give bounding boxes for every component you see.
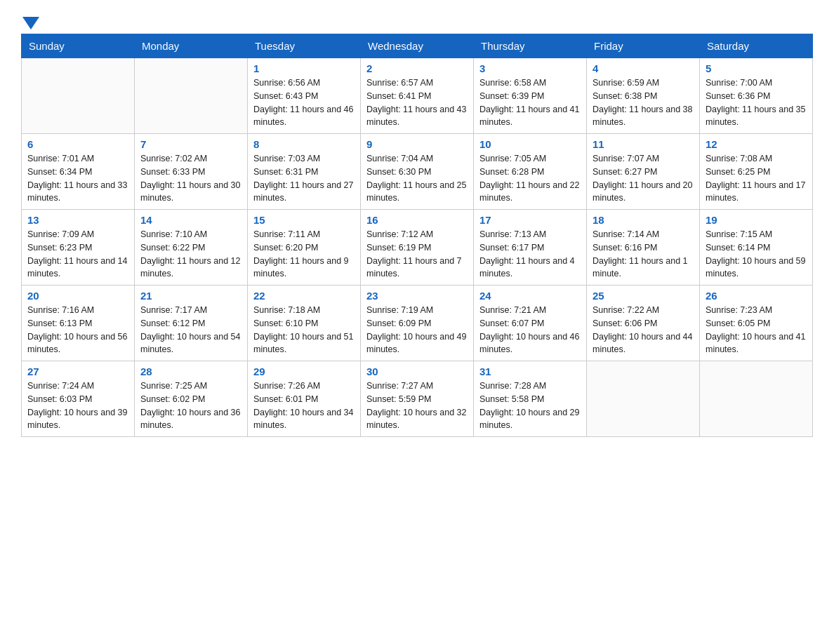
day-info: Sunrise: 7:04 AMSunset: 6:30 PMDaylight:… (366, 152, 468, 205)
day-info: Sunrise: 6:58 AMSunset: 6:39 PMDaylight:… (479, 76, 581, 129)
weekday-header-sunday: Sunday (22, 34, 135, 58)
calendar-cell: 24Sunrise: 7:21 AMSunset: 6:07 PMDayligh… (474, 286, 587, 361)
day-info: Sunrise: 7:12 AMSunset: 6:19 PMDaylight:… (366, 228, 468, 281)
day-info: Sunrise: 7:26 AMSunset: 6:01 PMDaylight:… (253, 380, 355, 432)
calendar-week-3: 13Sunrise: 7:09 AMSunset: 6:23 PMDayligh… (22, 210, 813, 286)
calendar-cell: 13Sunrise: 7:09 AMSunset: 6:23 PMDayligh… (22, 210, 135, 286)
day-number: 7 (140, 138, 241, 150)
day-number: 8 (253, 138, 355, 150)
day-number: 26 (706, 290, 807, 302)
day-info: Sunrise: 7:08 AMSunset: 6:25 PMDaylight:… (706, 152, 807, 205)
page-header (21, 14, 813, 27)
calendar-cell (700, 361, 813, 437)
day-number: 29 (253, 365, 355, 377)
day-number: 27 (27, 365, 128, 377)
day-number: 15 (253, 214, 355, 226)
day-info: Sunrise: 7:28 AMSunset: 5:58 PMDaylight:… (479, 380, 581, 432)
day-info: Sunrise: 7:18 AMSunset: 6:10 PMDaylight:… (253, 304, 355, 356)
calendar-week-4: 20Sunrise: 7:16 AMSunset: 6:13 PMDayligh… (22, 286, 813, 361)
calendar-cell: 6Sunrise: 7:01 AMSunset: 6:34 PMDaylight… (22, 134, 135, 210)
calendar-cell: 9Sunrise: 7:04 AMSunset: 6:30 PMDaylight… (361, 134, 474, 210)
day-number: 19 (706, 214, 807, 226)
day-number: 16 (366, 214, 468, 226)
day-number: 25 (593, 290, 694, 302)
day-info: Sunrise: 6:57 AMSunset: 6:41 PMDaylight:… (366, 76, 468, 129)
day-number: 22 (253, 290, 355, 302)
calendar-cell (135, 58, 248, 134)
weekday-header-wednesday: Wednesday (361, 34, 474, 58)
calendar-cell: 30Sunrise: 7:27 AMSunset: 5:59 PMDayligh… (361, 361, 474, 437)
day-info: Sunrise: 7:11 AMSunset: 6:20 PMDaylight:… (253, 228, 355, 281)
day-number: 10 (479, 138, 581, 150)
day-info: Sunrise: 7:22 AMSunset: 6:06 PMDaylight:… (593, 304, 694, 356)
day-number: 12 (706, 138, 807, 150)
day-info: Sunrise: 6:59 AMSunset: 6:38 PMDaylight:… (593, 76, 694, 129)
day-info: Sunrise: 7:14 AMSunset: 6:16 PMDaylight:… (593, 228, 694, 281)
day-info: Sunrise: 7:01 AMSunset: 6:34 PMDaylight:… (27, 152, 128, 205)
day-info: Sunrise: 7:09 AMSunset: 6:23 PMDaylight:… (27, 228, 128, 281)
day-info: Sunrise: 7:24 AMSunset: 6:03 PMDaylight:… (27, 380, 128, 432)
day-number: 28 (140, 365, 241, 377)
day-number: 23 (366, 290, 468, 302)
day-info: Sunrise: 7:02 AMSunset: 6:33 PMDaylight:… (140, 152, 241, 205)
calendar-cell: 2Sunrise: 6:57 AMSunset: 6:41 PMDaylight… (361, 58, 474, 134)
day-info: Sunrise: 7:03 AMSunset: 6:31 PMDaylight:… (253, 152, 355, 205)
day-info: Sunrise: 7:07 AMSunset: 6:27 PMDaylight:… (593, 152, 694, 205)
day-number: 11 (593, 138, 694, 150)
calendar-cell: 22Sunrise: 7:18 AMSunset: 6:10 PMDayligh… (248, 286, 361, 361)
day-number: 4 (593, 62, 694, 74)
day-number: 13 (27, 214, 128, 226)
day-info: Sunrise: 7:27 AMSunset: 5:59 PMDaylight:… (366, 380, 468, 432)
day-number: 3 (479, 62, 581, 74)
calendar-cell: 10Sunrise: 7:05 AMSunset: 6:28 PMDayligh… (474, 134, 587, 210)
day-number: 24 (479, 290, 581, 302)
calendar-cell: 12Sunrise: 7:08 AMSunset: 6:25 PMDayligh… (700, 134, 813, 210)
day-number: 31 (479, 365, 581, 377)
day-info: Sunrise: 7:16 AMSunset: 6:13 PMDaylight:… (27, 304, 128, 356)
day-number: 30 (366, 365, 468, 377)
weekday-header-tuesday: Tuesday (248, 34, 361, 58)
day-info: Sunrise: 7:21 AMSunset: 6:07 PMDaylight:… (479, 304, 581, 356)
calendar-cell: 3Sunrise: 6:58 AMSunset: 6:39 PMDaylight… (474, 58, 587, 134)
day-number: 9 (366, 138, 468, 150)
day-info: Sunrise: 7:10 AMSunset: 6:22 PMDaylight:… (140, 228, 241, 281)
calendar-cell: 19Sunrise: 7:15 AMSunset: 6:14 PMDayligh… (700, 210, 813, 286)
weekday-header-saturday: Saturday (700, 34, 813, 58)
calendar-header: SundayMondayTuesdayWednesdayThursdayFrid… (22, 34, 813, 58)
day-info: Sunrise: 7:15 AMSunset: 6:14 PMDaylight:… (706, 228, 807, 281)
day-info: Sunrise: 7:13 AMSunset: 6:17 PMDaylight:… (479, 228, 581, 281)
weekday-header-friday: Friday (587, 34, 700, 58)
calendar-table: SundayMondayTuesdayWednesdayThursdayFrid… (21, 34, 813, 437)
calendar-cell: 14Sunrise: 7:10 AMSunset: 6:22 PMDayligh… (135, 210, 248, 286)
day-number: 18 (593, 214, 694, 226)
calendar-cell: 23Sunrise: 7:19 AMSunset: 6:09 PMDayligh… (361, 286, 474, 361)
calendar-cell: 11Sunrise: 7:07 AMSunset: 6:27 PMDayligh… (587, 134, 700, 210)
calendar-cell: 28Sunrise: 7:25 AMSunset: 6:02 PMDayligh… (135, 361, 248, 437)
day-number: 21 (140, 290, 241, 302)
calendar-cell: 4Sunrise: 6:59 AMSunset: 6:38 PMDaylight… (587, 58, 700, 134)
calendar-body: 1Sunrise: 6:56 AMSunset: 6:43 PMDaylight… (22, 58, 813, 437)
day-number: 14 (140, 214, 241, 226)
calendar-cell: 27Sunrise: 7:24 AMSunset: 6:03 PMDayligh… (22, 361, 135, 437)
logo (21, 14, 39, 27)
day-info: Sunrise: 7:00 AMSunset: 6:36 PMDaylight:… (706, 76, 807, 129)
calendar-cell: 8Sunrise: 7:03 AMSunset: 6:31 PMDaylight… (248, 134, 361, 210)
calendar-cell (587, 361, 700, 437)
calendar-cell: 5Sunrise: 7:00 AMSunset: 6:36 PMDaylight… (700, 58, 813, 134)
day-info: Sunrise: 7:05 AMSunset: 6:28 PMDaylight:… (479, 152, 581, 205)
weekday-header-thursday: Thursday (474, 34, 587, 58)
day-info: Sunrise: 7:23 AMSunset: 6:05 PMDaylight:… (706, 304, 807, 356)
calendar-week-2: 6Sunrise: 7:01 AMSunset: 6:34 PMDaylight… (22, 134, 813, 210)
day-number: 1 (253, 62, 355, 74)
calendar-cell: 25Sunrise: 7:22 AMSunset: 6:06 PMDayligh… (587, 286, 700, 361)
calendar-cell: 7Sunrise: 7:02 AMSunset: 6:33 PMDaylight… (135, 134, 248, 210)
day-number: 20 (27, 290, 128, 302)
logo-arrow-icon (22, 17, 39, 29)
calendar-cell: 29Sunrise: 7:26 AMSunset: 6:01 PMDayligh… (248, 361, 361, 437)
weekday-header-monday: Monday (135, 34, 248, 58)
calendar-week-5: 27Sunrise: 7:24 AMSunset: 6:03 PMDayligh… (22, 361, 813, 437)
day-number: 6 (27, 138, 128, 150)
calendar-cell: 15Sunrise: 7:11 AMSunset: 6:20 PMDayligh… (248, 210, 361, 286)
day-info: Sunrise: 7:17 AMSunset: 6:12 PMDaylight:… (140, 304, 241, 356)
day-number: 5 (706, 62, 807, 74)
